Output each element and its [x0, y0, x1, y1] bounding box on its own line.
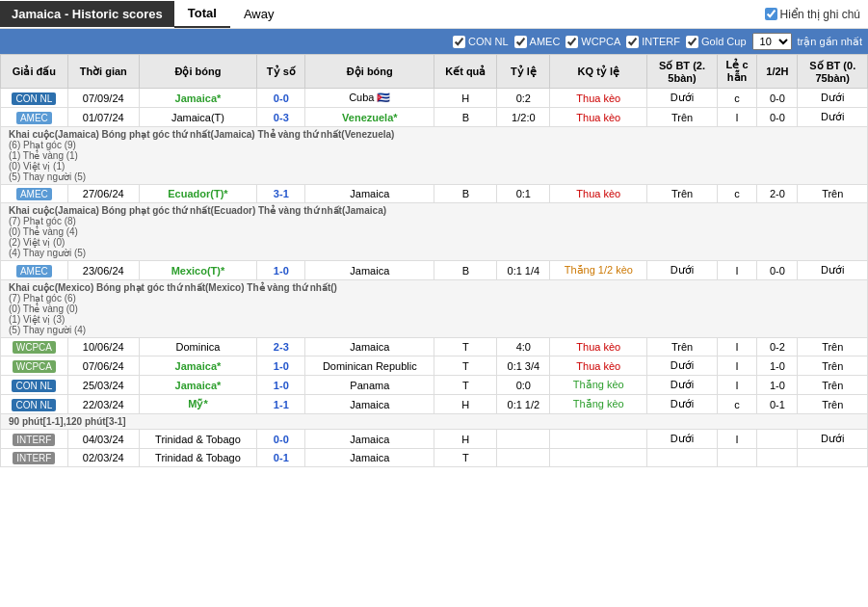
cell-bt25: Dưới	[647, 89, 717, 108]
filter-interf[interactable]: INTERF	[626, 36, 680, 48]
col-half: 1/2H	[757, 55, 798, 89]
cell-score: 0-0	[257, 89, 305, 108]
cell-ratio: 1/2:0	[497, 108, 550, 127]
cell-team2[interactable]: Jamaica	[305, 449, 434, 467]
tab-away[interactable]: Away	[230, 1, 288, 27]
league-badge: INTERF	[13, 434, 55, 446]
cell-score: 1-1	[257, 395, 305, 414]
detail-cell: Khai cuộc(Jamaica) Bóng phạt góc thứ nhấ…	[1, 203, 868, 261]
cell-kq	[550, 449, 647, 467]
cell-team2[interactable]: Jamaica	[305, 261, 434, 280]
cell-team2[interactable]: Jamaica	[305, 395, 434, 414]
table-row: AMEC 27/06/24 Ecuador(T)* 3-1 Jamaica B …	[1, 185, 868, 203]
league-badge: CON NL	[12, 92, 56, 105]
cell-result: B	[434, 185, 497, 203]
cell-le: I	[717, 338, 757, 356]
table-row: WCPCA 07/06/24 Jamaica* 1-0 Dominican Re…	[1, 356, 868, 376]
cell-team2[interactable]: Panama	[305, 376, 434, 395]
cell-team1[interactable]: Jamaica*	[139, 89, 256, 108]
cell-bt25: Dưới	[647, 395, 717, 414]
col-score: Tỷ số	[257, 55, 305, 89]
cell-bt075: Dưới	[798, 261, 868, 280]
cell-team2[interactable]: Venezuela*	[305, 108, 434, 127]
cell-half: 2-0	[757, 185, 798, 203]
checkbox-interf[interactable]	[626, 36, 639, 48]
checkbox-amec[interactable]	[514, 36, 527, 48]
show-notes-checkbox[interactable]	[765, 8, 777, 20]
cell-team2[interactable]: Jamaica	[305, 185, 434, 203]
tab-total[interactable]: Total	[174, 0, 230, 28]
cell-team1[interactable]: Trinidad & Tobago	[139, 430, 256, 449]
col-kq-ratio: KQ tỷ lệ	[550, 55, 647, 89]
table-row: CON NL 25/03/24 Jamaica* 1-0 Panama T 0:…	[1, 376, 868, 395]
show-notes-label[interactable]: Hiển thị ghi chú	[765, 8, 860, 21]
cell-league: CON NL	[1, 395, 68, 414]
label-wcpca: WCPCA	[581, 36, 620, 47]
cell-date: 10/06/24	[67, 338, 139, 356]
league-badge: WCPCA	[13, 341, 56, 354]
cell-bt25: Trên	[647, 338, 717, 356]
cell-bt075: Dưới	[798, 108, 868, 127]
cell-half: 0-0	[757, 108, 798, 127]
detail-row: Khai cuộc(Mexico) Bóng phạt góc thứ nhất…	[1, 280, 868, 338]
league-badge: AMEC	[16, 188, 52, 200]
col-bt25: Số BT (2.5bàn)	[647, 55, 717, 89]
label-gold-cup: Gold Cup	[701, 36, 746, 47]
cell-bt075: Trên	[798, 338, 868, 356]
cell-league: CON NL	[1, 89, 68, 108]
cell-team1[interactable]: Jamaica*	[139, 376, 256, 395]
checkbox-con-nl[interactable]	[453, 36, 465, 48]
label-interf: INTERF	[642, 36, 680, 47]
cell-team1[interactable]: Dominica	[139, 338, 256, 356]
col-result: Kết quả	[434, 55, 497, 89]
cell-team2[interactable]: Jamaica	[305, 430, 434, 449]
cell-kq: Thắng 1/2 kèo	[550, 261, 647, 280]
filter-gold-cup[interactable]: Gold Cup	[686, 36, 746, 48]
table-row: CON NL 22/03/24 Mỹ* 1-1 Jamaica H 0:1 1/…	[1, 395, 868, 414]
cell-team1[interactable]: Jamaica(T)	[139, 108, 256, 127]
cell-team1[interactable]: Jamaica*	[139, 356, 256, 376]
cell-league: AMEC	[1, 185, 68, 203]
checkbox-wcpca[interactable]	[566, 36, 578, 48]
cell-le: I	[717, 108, 757, 127]
cell-ratio: 4:0	[497, 338, 550, 356]
col-league: Giải đấu	[1, 55, 68, 89]
filter-wcpca[interactable]: WCPCA	[566, 36, 620, 48]
cell-half: 0-0	[757, 261, 798, 280]
cell-bt25: Dưới	[647, 430, 717, 449]
cell-bt25: Trên	[647, 108, 717, 127]
cell-half: 1-0	[757, 356, 798, 376]
cell-team2[interactable]: Jamaica	[305, 338, 434, 356]
cell-score: 0-1	[257, 449, 305, 467]
cell-team2[interactable]: Dominican Republic	[305, 356, 434, 376]
checkbox-gold-cup[interactable]	[686, 36, 698, 48]
table-row: WCPCA 10/06/24 Dominica 2-3 Jamaica T 4:…	[1, 338, 868, 356]
cell-team1[interactable]: Ecuador(T)*	[139, 185, 256, 203]
cell-date: 07/06/24	[67, 356, 139, 376]
league-badge: AMEC	[16, 112, 52, 124]
cell-ratio: 0:1 1/4	[497, 261, 550, 280]
cell-team1[interactable]: Mỹ*	[139, 395, 256, 414]
cell-date: 25/03/24	[67, 376, 139, 395]
cell-team1[interactable]: Trinidad & Tobago	[139, 449, 256, 467]
cell-score: 0-3	[257, 108, 305, 127]
detail-row: Khai cuộc(Jamaica) Bóng phạt góc thứ nhấ…	[1, 127, 868, 185]
cell-ratio: 0:1 1/2	[497, 395, 550, 414]
filter-amec[interactable]: AMEC	[514, 36, 561, 48]
detail-cell: 90 phút[1-1],120 phút[3-1]	[1, 414, 868, 430]
cell-date: 07/09/24	[67, 89, 139, 108]
cell-date: 23/06/24	[67, 261, 139, 280]
cell-team1[interactable]: Mexico(T)*	[139, 261, 256, 280]
cell-team2[interactable]: Cuba 🇨🇺	[305, 89, 434, 108]
cell-bt075: Trên	[798, 395, 868, 414]
cell-ratio: 0:1	[497, 185, 550, 203]
col-team1: Đội bóng	[139, 55, 256, 89]
cell-result: T	[434, 338, 497, 356]
cell-le: I	[717, 261, 757, 280]
cell-ratio: 0:2	[497, 89, 550, 108]
count-select[interactable]: 10 20 30	[752, 33, 792, 50]
page-title: Jamaica - Historic scores	[0, 1, 174, 27]
cell-score: 1-0	[257, 376, 305, 395]
table-row: AMEC 01/07/24 Jamaica(T) 0-3 Venezuela* …	[1, 108, 868, 127]
filter-con-nl[interactable]: CON NL	[453, 36, 509, 48]
